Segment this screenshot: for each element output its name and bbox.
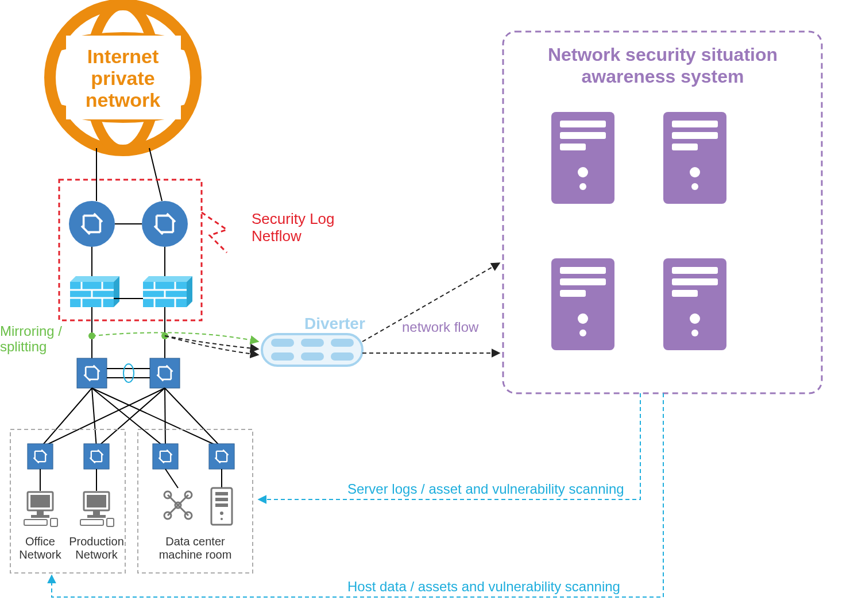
xr4 bbox=[165, 388, 222, 448]
svg-point-41 bbox=[69, 201, 115, 247]
dist-switch-right-icon bbox=[150, 358, 180, 388]
svg-rect-47 bbox=[271, 352, 294, 361]
dc-switch-left-icon bbox=[153, 444, 178, 469]
awareness-server-4-icon bbox=[663, 258, 726, 350]
dc-switch-right-icon bbox=[209, 444, 234, 469]
security-log-label-2: Netflow bbox=[252, 227, 301, 245]
svg-rect-46 bbox=[331, 339, 354, 347]
server-logs-label: Server logs / asset and vulnerability sc… bbox=[347, 481, 624, 497]
office-switch-icon bbox=[28, 444, 53, 469]
datacenter-lb-icon bbox=[164, 491, 192, 519]
dist-switch-left-icon bbox=[77, 358, 107, 388]
awareness-server-1-icon bbox=[551, 112, 614, 204]
xl2 bbox=[92, 388, 96, 448]
office-label-2: Network bbox=[19, 548, 61, 561]
svg-rect-48 bbox=[301, 352, 324, 361]
prod-label-1: Production bbox=[69, 535, 124, 548]
link-bundle-icon bbox=[123, 364, 134, 382]
dc-label-2: machine room bbox=[159, 548, 232, 561]
svg-rect-45 bbox=[301, 339, 324, 347]
mirror-line-2 bbox=[165, 336, 258, 349]
office-label-1: Office bbox=[25, 535, 55, 548]
dc-label-1: Data center bbox=[165, 535, 225, 548]
awareness-server-3-icon bbox=[551, 258, 614, 350]
core-router-left-icon bbox=[69, 201, 115, 247]
awareness-title-1: Network security situation bbox=[548, 44, 778, 65]
prod-label-2: Network bbox=[75, 548, 118, 561]
diverter-label: Diverter bbox=[304, 315, 365, 332]
xr3 bbox=[165, 388, 165, 448]
core-router-right-icon bbox=[142, 201, 188, 247]
production-switch-icon bbox=[84, 444, 109, 469]
security-log-callout-line bbox=[202, 212, 227, 253]
diverter-icon bbox=[262, 334, 362, 366]
mirroring-label-1: Mirroring / bbox=[0, 323, 62, 339]
internet-label-2: private bbox=[91, 67, 155, 89]
security-log-label-1: Security Log bbox=[252, 210, 335, 227]
office-pc-icon bbox=[24, 492, 57, 526]
diagram-canvas: Internet private network Security Log Ne… bbox=[0, 0, 862, 616]
firewall-right-icon bbox=[143, 276, 192, 307]
network-flow-label: network flow bbox=[402, 319, 479, 335]
svg-rect-49 bbox=[331, 352, 354, 361]
host-data-label: Host data / assets and vulnerability sca… bbox=[347, 579, 620, 594]
firewall-left-icon bbox=[70, 276, 119, 307]
xl1 bbox=[40, 388, 92, 448]
mirroring-label-2: splitting bbox=[0, 339, 47, 354]
link-globe-router-right bbox=[149, 148, 162, 201]
awareness-title-2: awareness system bbox=[582, 66, 744, 87]
xl4 bbox=[92, 388, 222, 448]
internet-label-3: network bbox=[86, 89, 160, 111]
svg-rect-44 bbox=[271, 339, 294, 347]
production-pc-icon bbox=[80, 492, 114, 526]
svg-point-42 bbox=[142, 201, 188, 247]
internet-label-1: Internet bbox=[87, 45, 159, 67]
link-dc-lb bbox=[165, 469, 178, 488]
datacenter-server-icon bbox=[211, 488, 232, 525]
awareness-server-2-icon bbox=[663, 112, 726, 204]
